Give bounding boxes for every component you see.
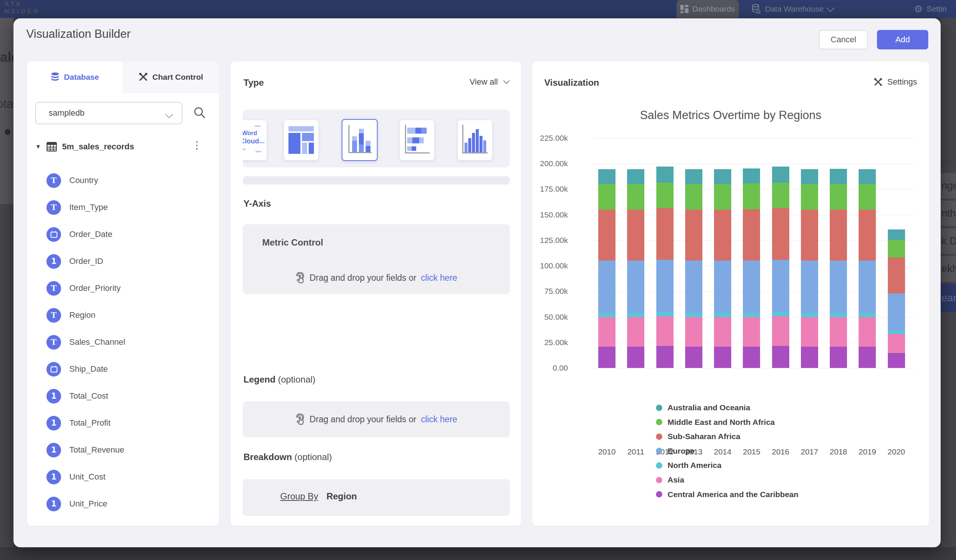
field-label: Order_ID xyxy=(69,256,103,266)
tap-icon xyxy=(295,414,305,425)
bar-segment xyxy=(656,316,673,346)
chart-type-stacked-column[interactable] xyxy=(342,119,377,161)
bar-segment xyxy=(772,316,789,346)
cancel-button[interactable]: Cancel xyxy=(819,30,868,49)
bar-segment xyxy=(714,347,731,368)
stacked-bar-chart: 225.00k200.00k175.00k150.00k125.00k100.0… xyxy=(592,138,914,368)
chart-type-treemap[interactable] xyxy=(284,120,318,160)
bar-segment xyxy=(830,313,847,317)
field-label: Region xyxy=(69,310,96,320)
builder-panel: Type View all Word Cloud Y-Axis Metric C… xyxy=(230,61,521,526)
bar-segment xyxy=(656,208,673,260)
background-list-item: ear xyxy=(941,284,956,312)
add-button[interactable]: Add xyxy=(877,30,928,49)
x-axis-tick-label: 2019 xyxy=(852,447,882,456)
field-item-total_revenue[interactable]: 1Total_Revenue xyxy=(46,439,124,461)
y-axis-tick-label: 200.00k xyxy=(523,159,568,168)
stacked-bar-2012 xyxy=(656,138,673,368)
bar-segment xyxy=(801,313,818,317)
field-label: Order_Date xyxy=(69,229,112,239)
number-field-icon: 1 xyxy=(46,470,61,485)
legend-dot xyxy=(656,491,662,497)
stacked-bar-2019 xyxy=(859,138,876,368)
field-item-ship_date[interactable]: Ship_Date xyxy=(46,358,108,380)
bar-segment xyxy=(830,347,847,368)
bar-segment xyxy=(598,169,615,184)
table-menu-kebab-icon[interactable]: ⋮ xyxy=(192,139,202,151)
field-item-country[interactable]: TCountry xyxy=(46,169,98,191)
bar-segment xyxy=(627,260,644,312)
stacked-bar-2017 xyxy=(801,138,818,368)
bar-segment xyxy=(627,313,644,317)
chart-type-word-cloud[interactable]: Word Cloud xyxy=(243,120,267,160)
visualization-heading: Visualization xyxy=(544,77,599,88)
field-item-order_id[interactable]: 1Order_ID xyxy=(46,250,103,273)
tab-chart-control[interactable]: Chart Control xyxy=(123,61,219,93)
stacked-bar-2010 xyxy=(598,138,615,368)
field-item-unit_price[interactable]: 1Unit_Price xyxy=(46,493,107,515)
caret-down-icon[interactable]: ▼ xyxy=(35,143,41,150)
number-field-icon: 1 xyxy=(46,389,61,403)
bar-segment xyxy=(830,210,847,260)
visualization-builder-modal: Visualization Builder Cancel Add Databas… xyxy=(14,18,941,547)
chart-type-stacked-bar[interactable] xyxy=(400,120,434,160)
bar-segment xyxy=(714,317,731,347)
view-all-label: View all xyxy=(470,77,498,87)
bar-segment xyxy=(627,169,644,184)
bar-segment xyxy=(598,210,615,260)
nav-settings[interactable]: ⚙ Settin xyxy=(914,0,947,18)
bar-segment xyxy=(859,317,876,347)
x-axis-tick-label: 2018 xyxy=(823,447,853,456)
chart-settings-button[interactable]: Settings xyxy=(873,77,917,87)
bar-segment xyxy=(830,184,847,210)
click-here-link[interactable]: click here xyxy=(421,273,457,283)
field-item-order_priority[interactable]: TOrder_Priority xyxy=(46,277,121,300)
top-navbar: ATA NSIDER Dashboards Data Warehouse ⚙ S… xyxy=(0,0,956,18)
field-item-item_type[interactable]: TItem_Type xyxy=(46,196,108,219)
legend-dropzone[interactable]: Drag and drop your fields or click here xyxy=(243,401,510,437)
nav-settings-label: Settin xyxy=(926,5,947,14)
database-select[interactable]: sampledb xyxy=(35,102,182,124)
metric-control-label: Metric Control xyxy=(262,237,323,248)
nav-dashboards[interactable]: Dashboards xyxy=(676,0,739,18)
field-item-total_cost[interactable]: 1Total_Cost xyxy=(46,385,108,407)
horizontal-scrollbar[interactable] xyxy=(243,176,510,185)
bar-segment xyxy=(685,169,702,184)
bar-segment xyxy=(772,312,789,316)
chart-type-column[interactable] xyxy=(458,120,492,160)
background-right-strip: ngenthlyk Dateeklyear xyxy=(941,18,956,547)
field-item-region[interactable]: TRegion xyxy=(46,304,96,326)
bar-segment xyxy=(801,260,818,312)
x-axis-tick-label: 2015 xyxy=(736,447,766,456)
legend-label: North America xyxy=(668,461,722,470)
table-tree-header[interactable]: ▼ 5m_sales_records xyxy=(35,138,134,155)
visualization-panel: Visualization Settings Sales Metrics Ove… xyxy=(532,61,929,526)
field-item-order_date[interactable]: Order_Date xyxy=(46,223,112,246)
logo-line-2: NSIDER xyxy=(5,8,40,15)
field-item-total_profit[interactable]: 1Total_Profit xyxy=(46,412,110,434)
bar-segment xyxy=(656,183,673,208)
bar-segment xyxy=(830,169,847,184)
view-all-dropdown[interactable]: View all xyxy=(470,77,510,87)
nav-data-warehouse[interactable]: Data Warehouse xyxy=(752,0,833,18)
chart-title: Sales Metrics Overtime by Regions xyxy=(532,108,929,122)
search-icon[interactable] xyxy=(193,106,206,119)
y-axis-tick-label: 100.00k xyxy=(523,261,568,270)
database-select-value: sampledb xyxy=(49,108,84,118)
bar-segment xyxy=(627,184,644,210)
legend-label: Central America and the Caribbean xyxy=(668,490,798,499)
field-item-unit_cost[interactable]: 1Unit_Cost xyxy=(46,466,105,488)
metric-control-dropzone[interactable]: Metric Control Drag and drop your fields… xyxy=(243,224,510,294)
background-text-fragment: ale xyxy=(0,49,14,65)
y-axis-tick-label: 150.00k xyxy=(523,210,568,220)
breakdown-dropzone[interactable]: Group By Region xyxy=(243,479,510,516)
click-here-link[interactable]: click here xyxy=(421,414,457,425)
bar-segment xyxy=(888,257,905,293)
bar-segment xyxy=(772,166,789,182)
group-by-value[interactable]: Region xyxy=(326,491,357,502)
bar-segment xyxy=(801,184,818,210)
group-by-link[interactable]: Group By xyxy=(280,491,318,502)
field-item-sales_channel[interactable]: TSales_Channel xyxy=(46,331,125,353)
tab-database[interactable]: Database xyxy=(27,61,123,93)
legend-label: Australia and Oceania xyxy=(668,403,750,412)
